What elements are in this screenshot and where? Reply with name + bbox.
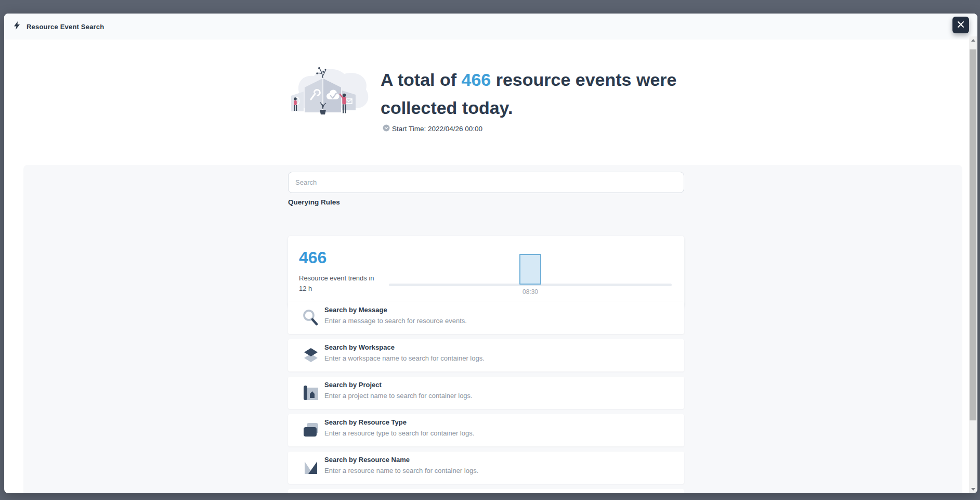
rule-title: Search by Resource Type	[324, 418, 407, 426]
headline-line2: collected today.	[381, 94, 713, 122]
rule-description: Enter a message to search for resource e…	[324, 317, 467, 325]
rule-title: Search by Resource Name	[324, 456, 410, 464]
dialog-title: Resource Event Search	[27, 23, 104, 31]
event-trend-chart: 08:30	[288, 236, 684, 308]
rule-title: Search by Workspace	[324, 343, 395, 351]
rule-description: Enter a resource name to search for cont…	[324, 467, 478, 475]
headline-prefix: A total of	[381, 70, 462, 89]
section-label: Querying Rules	[288, 198, 340, 206]
magnifier-icon	[302, 309, 320, 327]
rule-description: Enter a project name to search for conta…	[324, 392, 473, 400]
scrollbar-thumb[interactable]	[970, 49, 976, 420]
rule-title: Search by Project	[324, 381, 382, 389]
time-badge-icon	[383, 124, 390, 133]
rule-item-resource-name[interactable]: Search by Resource Name Enter a resource…	[288, 452, 684, 484]
backdrop: Resource Event Search	[0, 0, 980, 500]
rule-title: Search by Message	[324, 306, 387, 314]
content-panel: Querying Rules 466 Resource event trends…	[23, 165, 962, 493]
rule-item-resource-type[interactable]: Search by Resource Type Enter a resource…	[288, 414, 684, 446]
rule-description: Enter a resource type to search for cont…	[324, 429, 474, 437]
headline-count: 466	[462, 70, 491, 89]
resource-name-icon	[302, 458, 320, 477]
hero-illustration	[290, 66, 373, 122]
summary-card: 466 Resource event trends in 12 h 08:30	[288, 236, 684, 308]
rule-item-workspace[interactable]: Search by Workspace Enter a workspace na…	[288, 339, 684, 371]
close-button[interactable]	[952, 17, 969, 33]
resource-type-icon	[302, 421, 320, 440]
rule-item-project[interactable]: Search by Project Enter a project name t…	[288, 377, 684, 409]
start-time-label: Start Time: 2022/04/26 00:00	[392, 125, 482, 133]
project-map-icon	[302, 383, 320, 402]
workspace-layers-icon	[302, 346, 320, 365]
scrollbar[interactable]	[969, 36, 977, 493]
chart-tick-label: 08:30	[499, 288, 562, 296]
chart-bar-0830[interactable]	[519, 254, 541, 285]
rule-item-message[interactable]: Search by Message Enter a message to sea…	[288, 302, 684, 334]
search-input[interactable]	[288, 172, 684, 193]
scroll-up-arrow[interactable]	[969, 36, 977, 44]
page-title: A total of 466 resource events werecolle…	[381, 66, 713, 122]
scroll-down-arrow[interactable]	[969, 485, 977, 493]
start-time: Start Time: 2022/04/26 00:00	[383, 124, 482, 133]
headline-suffix: resource events were	[491, 70, 676, 89]
resource-event-search-dialog: Resource Event Search	[4, 14, 977, 493]
rule-item-partial	[288, 489, 684, 493]
dialog-header: Resource Event Search	[4, 14, 977, 40]
hero-section: A total of 466 resource events werecolle…	[4, 40, 977, 165]
lightning-icon	[14, 21, 20, 32]
rule-description: Enter a workspace name to search for con…	[324, 354, 485, 362]
close-icon	[957, 21, 964, 30]
